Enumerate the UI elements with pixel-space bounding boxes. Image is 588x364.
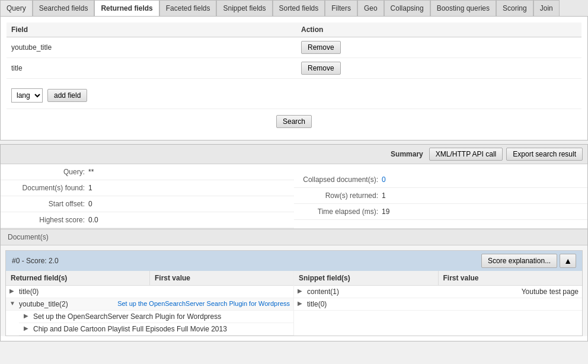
tab-collapsing[interactable]: Collapsing (384, 0, 430, 16)
summary-left: Query: ** Document(s) found: 1 Start off… (1, 164, 294, 228)
tab-sorted-fields[interactable]: Sorted fields (273, 0, 325, 16)
field-name-1: youtube_title (7, 37, 296, 58)
returned-fields-panel: Field Action youtube_title Remove title … (0, 17, 588, 141)
list-item: ▶ content(1) Youtube test page (294, 286, 582, 298)
tab-geo[interactable]: Geo (357, 0, 384, 16)
action-cell-1: Remove (296, 37, 581, 58)
expand-icon[interactable]: ▶ (9, 288, 18, 294)
expand-icon[interactable]: ▶ (298, 300, 306, 306)
rows-returned-row: Row(s) returned: 1 (294, 188, 587, 204)
tab-returned-fields[interactable]: Returned fields (94, 0, 159, 16)
expanded-row: ▼ youtube_title(2) Set up the OpenSearch… (6, 298, 293, 311)
field-table: Field Action youtube_title Remove title … (7, 23, 581, 79)
query-label: Query: (8, 168, 85, 176)
col-field-header: Field (7, 23, 296, 37)
field-label: title(0) (307, 300, 574, 308)
list-item: ▶ Chip and Dale Cartoon Playlist Full Ep… (19, 323, 293, 336)
query-row: Query: ** (1, 164, 294, 180)
highest-score-row: Highest score: 0.0 (1, 212, 294, 228)
time-elapsed-value: 19 (382, 207, 389, 216)
action-cell-2: Remove (296, 58, 581, 79)
start-offset-value: 0 (88, 200, 92, 208)
expand-icon: ▶ (24, 325, 32, 331)
tab-query[interactable]: Query (0, 0, 33, 16)
tree-children: ▶ Set up the OpenSearchServer Search Plu… (6, 311, 293, 336)
start-offset-row: Start offset: 0 (1, 196, 294, 212)
expand-icon[interactable]: ▶ (298, 288, 306, 294)
time-elapsed-row: Time elapsed (ms): 19 (294, 204, 587, 220)
tab-searched-fields[interactable]: Searched fields (33, 0, 95, 16)
documents-section: Document(s) #0 - Score: 2.0 Score explan… (1, 229, 587, 336)
docs-found-row: Document(s) found: 1 (1, 180, 294, 196)
field-value: Youtube test page (522, 288, 579, 296)
field-select[interactable]: lang (11, 88, 43, 103)
tab-snippet-fields[interactable]: Snippet fields (216, 0, 272, 16)
col-action-header: Action (296, 23, 581, 37)
results-header: Summary XML/HTTP API call Export search … (1, 145, 587, 164)
document-card: #0 - Score: 2.0 Score explanation... ▲ R… (5, 250, 583, 336)
child-label: Chip and Dale Cartoon Playlist Full Epis… (33, 325, 290, 333)
tabs-bar: Query Searched fields Returned fields Fa… (0, 0, 588, 17)
time-elapsed-label: Time elapsed (ms): (301, 207, 378, 216)
results-area: Summary XML/HTTP API call Export search … (0, 144, 588, 341)
summary-section: Query: ** Document(s) found: 1 Start off… (1, 164, 587, 229)
tab-faceted-fields[interactable]: Faceted fields (159, 0, 217, 16)
remove-button-2[interactable]: Remove (301, 62, 341, 75)
field-label: title(0) (19, 288, 285, 296)
search-button-area: Search (7, 108, 581, 134)
start-offset-label: Start offset: (8, 200, 85, 208)
collapsed-row: Collapsed document(s): 0 (294, 172, 587, 188)
child-label: Set up the OpenSearchServer Search Plugi… (33, 312, 290, 321)
tab-join[interactable]: Join (533, 0, 560, 16)
expand-icon: ▶ (24, 312, 32, 319)
field-label: content(1) (307, 288, 517, 296)
tab-boosting-queries[interactable]: Boosting queries (430, 0, 496, 16)
list-item: ▼ youtube_title(2) Set up the OpenSearch… (6, 298, 293, 336)
summary-label: Summary (391, 150, 423, 158)
query-value: ** (88, 168, 94, 176)
doc-header: #0 - Score: 2.0 Score explanation... ▲ (6, 251, 582, 271)
doc-header-actions: Score explanation... ▲ (481, 254, 576, 268)
search-button[interactable]: Search (276, 115, 312, 128)
export-button[interactable]: Export search result (506, 148, 583, 161)
list-item: ▶ title(0) (6, 286, 293, 298)
snippet-fields-panel: Snippet field(s) First value ▶ content(1… (294, 271, 582, 336)
returned-fields-panel: Returned field(s) First value ▶ title(0)… (6, 271, 294, 336)
summary-right: Collapsed document(s): 0 Row(s) returned… (294, 164, 587, 228)
rows-returned-label: Row(s) returned: (301, 191, 378, 200)
summary-grid: Query: ** Document(s) found: 1 Start off… (1, 164, 587, 228)
collapsed-label: Collapsed document(s): (301, 175, 378, 184)
field-name-2: title (7, 58, 296, 79)
table-row: youtube_title Remove (7, 37, 581, 58)
tab-filters[interactable]: Filters (325, 0, 357, 16)
add-field-button[interactable]: add field (47, 89, 87, 102)
tab-scoring[interactable]: Scoring (496, 0, 533, 16)
rows-returned-value: 1 (382, 191, 386, 200)
docs-found-label: Document(s) found: (8, 184, 85, 192)
returned-fields-panel-header: Returned field(s) First value (6, 271, 293, 286)
list-item: ▶ title(0) (294, 298, 582, 311)
field-value: Set up the OpenSearchServer Search Plugi… (117, 300, 290, 307)
field-label: youtube_title(2) (19, 300, 113, 308)
add-field-row: lang add field (7, 85, 581, 106)
highest-score-label: Highest score: (8, 216, 85, 224)
list-item: ▶ Set up the OpenSearchServer Search Plu… (19, 311, 293, 323)
xml-http-button[interactable]: XML/HTTP API call (429, 148, 503, 161)
highest-score-value: 0.0 (88, 216, 98, 224)
collapse-doc-button[interactable]: ▲ (560, 254, 576, 268)
first-value-col-header-1: First value (150, 271, 293, 285)
doc-body: Returned field(s) First value ▶ title(0)… (6, 271, 582, 336)
table-row: title Remove (7, 58, 581, 79)
doc-score: #0 - Score: 2.0 (12, 257, 59, 265)
snippet-fields-panel-header: Snippet field(s) First value (294, 271, 582, 286)
docs-found-value: 1 (88, 184, 92, 192)
first-value-col-header-2: First value (439, 271, 583, 285)
collapsed-value: 0 (382, 175, 386, 184)
remove-button-1[interactable]: Remove (301, 41, 341, 54)
score-explanation-button[interactable]: Score explanation... (481, 254, 557, 268)
snippet-fields-col-header: Snippet field(s) (294, 271, 439, 285)
returned-fields-col-header: Returned field(s) (6, 271, 150, 285)
documents-label: Document(s) (1, 229, 587, 245)
collapse-icon[interactable]: ▼ (9, 300, 18, 306)
